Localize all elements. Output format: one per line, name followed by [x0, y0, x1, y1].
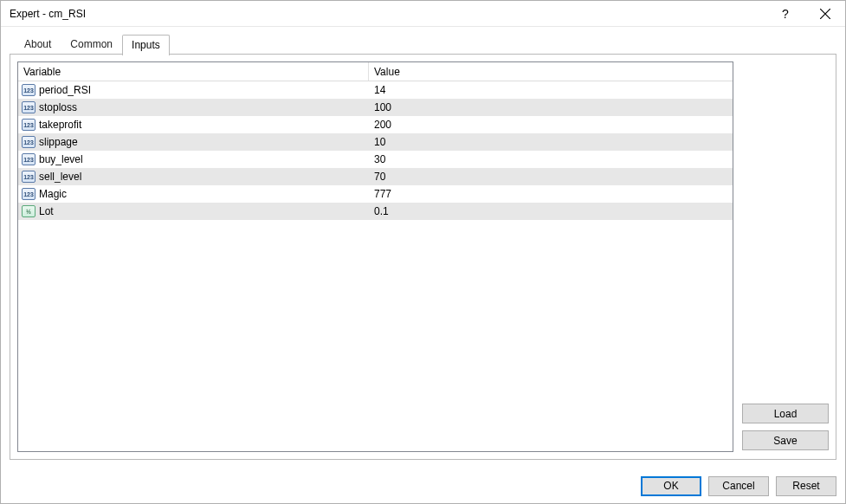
variable-name: sell_level [39, 171, 81, 183]
table-row[interactable]: 123sell_level70 [18, 168, 733, 185]
dialog-window: Expert - cm_RSI ? About Common Inputs Va… [0, 0, 846, 504]
int-type-icon: 123 [22, 101, 36, 113]
close-button[interactable] [805, 1, 845, 27]
value-cell[interactable]: 30 [369, 153, 733, 165]
variable-cell: 123sell_level [18, 171, 369, 183]
side-button-column: Load Save [742, 61, 829, 452]
variable-cell: 123period_RSI [18, 84, 369, 96]
value-cell[interactable]: 14 [369, 84, 733, 96]
variable-cell: 123slippage [18, 136, 369, 148]
value-cell[interactable]: 200 [369, 119, 733, 131]
grid-header: Variable Value [18, 62, 733, 81]
variable-cell: 123Magic [18, 188, 369, 200]
client-area: About Common Inputs Variable Value 123pe… [1, 27, 845, 468]
table-row[interactable]: 123slippage10 [18, 133, 733, 151]
variable-name: stoploss [39, 101, 77, 113]
column-header-value[interactable]: Value [369, 62, 733, 81]
value-cell[interactable]: 100 [369, 101, 733, 113]
inputs-grid: Variable Value 123period_RSI14123stoplos… [17, 61, 733, 452]
help-icon: ? [782, 7, 789, 21]
table-row[interactable]: 123stoploss100 [18, 99, 733, 116]
table-row[interactable]: 123buy_level30 [18, 151, 733, 168]
table-row[interactable]: 123period_RSI14 [18, 81, 733, 99]
table-row[interactable]: 123takeprofit200 [18, 116, 733, 133]
help-button[interactable]: ? [765, 1, 805, 27]
tab-about[interactable]: About [15, 34, 61, 55]
variable-cell: 123stoploss [18, 101, 369, 113]
variable-name: slippage [39, 136, 78, 148]
variable-name: takeprofit [39, 119, 81, 131]
close-icon [820, 9, 830, 19]
value-cell[interactable]: 0.1 [369, 205, 733, 217]
int-type-icon: 123 [22, 153, 36, 165]
ok-button[interactable]: OK [641, 476, 701, 496]
value-cell[interactable]: 70 [369, 171, 733, 183]
value-cell[interactable]: 10 [369, 136, 733, 148]
reset-button[interactable]: Reset [776, 476, 836, 496]
tab-inputs[interactable]: Inputs [122, 35, 170, 55]
value-cell[interactable]: 777 [369, 188, 733, 200]
variable-cell: ½Lot [18, 205, 369, 217]
table-row[interactable]: ½Lot0.1 [18, 203, 733, 220]
window-controls: ? [765, 1, 845, 26]
tab-row: About Common Inputs [15, 34, 836, 55]
footer: OK Cancel Reset [1, 468, 845, 503]
variable-name: Lot [39, 205, 54, 217]
variable-name: Magic [39, 188, 67, 200]
int-type-icon: 123 [22, 119, 36, 131]
int-type-icon: 123 [22, 84, 36, 96]
cancel-button[interactable]: Cancel [708, 476, 769, 496]
load-button[interactable]: Load [742, 404, 829, 423]
titlebar: Expert - cm_RSI ? [1, 1, 845, 27]
variable-cell: 123buy_level [18, 153, 369, 165]
variable-name: buy_level [39, 153, 83, 165]
double-type-icon: ½ [22, 205, 36, 217]
table-row[interactable]: 123Magic777 [18, 185, 733, 203]
window-title: Expert - cm_RSI [10, 8, 765, 20]
tab-common[interactable]: Common [61, 34, 122, 55]
grid-body: 123period_RSI14123stoploss100123takeprof… [18, 81, 733, 451]
variable-name: period_RSI [39, 84, 91, 96]
variable-cell: 123takeprofit [18, 119, 369, 131]
tab-panel-inputs: Variable Value 123period_RSI14123stoplos… [10, 54, 836, 460]
int-type-icon: 123 [22, 171, 36, 183]
int-type-icon: 123 [22, 188, 36, 200]
save-button[interactable]: Save [742, 430, 829, 450]
int-type-icon: 123 [22, 136, 36, 148]
column-header-variable[interactable]: Variable [18, 62, 369, 81]
